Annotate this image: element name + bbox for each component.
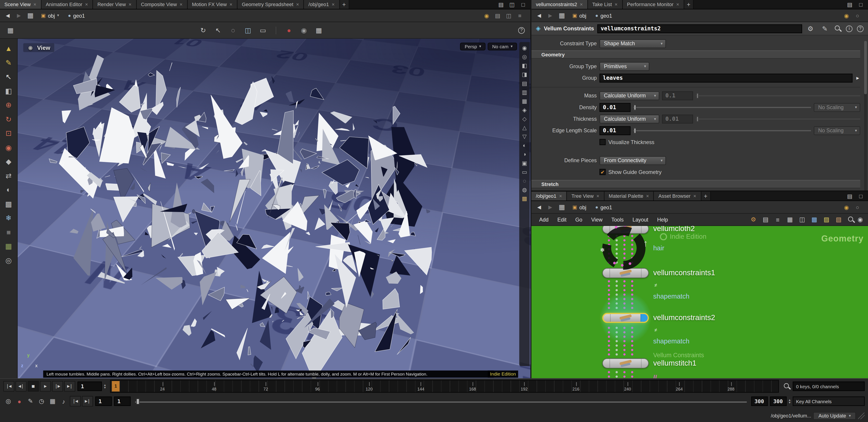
- set-key-icon[interactable]: ●: [14, 396, 25, 406]
- node-name-field[interactable]: vellumconstraints2: [597, 24, 802, 33]
- history-forward-button[interactable]: ▶: [546, 203, 555, 212]
- tree-list-icon[interactable]: ▤: [761, 215, 770, 224]
- display-prims-toggle-icon[interactable]: ▥: [521, 89, 528, 96]
- menu-tools[interactable]: Tools: [607, 216, 628, 224]
- search-icon[interactable]: [834, 25, 841, 32]
- mass-mode-dropdown[interactable]: Calculate Uniform ▾: [599, 91, 659, 100]
- node-display-flag[interactable]: [641, 314, 648, 322]
- info-toggle-icon[interactable]: ◍: [521, 186, 528, 193]
- mirror-tool-icon[interactable]: ⇄: [2, 170, 15, 181]
- node-bypass-flag[interactable]: [603, 359, 610, 368]
- context-crumb-geo1[interactable]: ● geo1: [592, 12, 616, 19]
- group-field[interactable]: leaves: [599, 74, 852, 82]
- pane-maximize-icon[interactable]: □: [857, 0, 865, 8]
- scale-tool-icon[interactable]: ⊡: [2, 128, 15, 138]
- projection-menu[interactable]: Persp ▾: [460, 43, 486, 50]
- freeze-sim-icon[interactable]: ❄: [2, 213, 15, 223]
- audio-icon[interactable]: ♪: [59, 396, 68, 406]
- menu-help[interactable]: Help: [653, 216, 673, 224]
- visualize-thickness-checkbox[interactable]: [599, 139, 606, 145]
- resize-corner[interactable]: [858, 412, 865, 419]
- tab-motion-fx-view[interactable]: Motion FX View×: [188, 0, 237, 9]
- slider-handle[interactable]: [634, 128, 636, 133]
- tab-animation-editor[interactable]: Animation Editor×: [41, 0, 93, 9]
- prev-key-icon[interactable]: |◀: [70, 396, 81, 406]
- network-search-icon[interactable]: [847, 216, 855, 223]
- next-key-icon[interactable]: ▶|: [82, 396, 93, 406]
- pin-pane-icon[interactable]: ◉: [842, 203, 850, 211]
- tab-close-icon[interactable]: ×: [296, 2, 299, 7]
- tab-close-icon[interactable]: ×: [693, 193, 696, 199]
- step-forward-button[interactable]: |▶: [52, 381, 63, 391]
- context-crumb-obj[interactable]: ▣ obj: [569, 12, 590, 19]
- spin-down-icon[interactable]: ▾: [104, 386, 106, 389]
- pane-layout-icon[interactable]: ▤: [497, 0, 505, 8]
- help-icon[interactable]: ?: [857, 25, 864, 32]
- gear-menu-icon[interactable]: ⚙: [806, 24, 815, 33]
- box-select-icon[interactable]: ◧: [2, 86, 15, 96]
- select-cursor-icon[interactable]: ↖: [213, 25, 223, 35]
- uv-view-icon[interactable]: ▩: [2, 198, 15, 209]
- history-forward-button[interactable]: ▶: [14, 11, 23, 20]
- panes-icon[interactable]: ◫: [798, 215, 806, 224]
- toolbox-menu-icon[interactable]: ▦: [5, 25, 16, 35]
- slider-handle[interactable]: [696, 93, 699, 98]
- context-crumb-geo1[interactable]: ● geo1: [592, 203, 616, 210]
- node-bypass-flag[interactable]: [603, 314, 611, 322]
- isolate-toggle-icon[interactable]: ◌: [521, 177, 528, 185]
- define-pieces-dropdown[interactable]: From Connectivity ▾: [599, 156, 666, 165]
- list-icon[interactable]: ≡: [773, 215, 782, 224]
- viewport-layout-icon[interactable]: ▭: [521, 168, 528, 175]
- tab-performance-monitor[interactable]: Performance Monitor×: [622, 0, 684, 9]
- context-crumb-geo1[interactable]: ● geo1: [65, 12, 88, 19]
- step-back-button[interactable]: ◀|: [16, 381, 27, 391]
- thickness-slider[interactable]: [696, 118, 860, 119]
- node-vellumstitch1[interactable]: [602, 358, 649, 368]
- group-select-arrow-button[interactable]: ▸: [855, 75, 860, 81]
- history-forward-button[interactable]: ▶: [546, 11, 555, 20]
- timeline-ruler[interactable]: 1 24487296120144168192216240264288: [110, 380, 779, 393]
- select-tool-icon[interactable]: ↖: [2, 72, 15, 82]
- pane-split-icon[interactable]: ◫: [508, 0, 516, 8]
- tab-close-icon[interactable]: ×: [332, 2, 335, 7]
- network-overview-icon[interactable]: ◉: [856, 215, 865, 224]
- tab-close-icon[interactable]: ×: [33, 2, 36, 7]
- tab-composite-view[interactable]: Composite View×: [136, 0, 187, 9]
- density-slider[interactable]: [633, 107, 811, 108]
- tab-scene-view[interactable]: Scene View×: [0, 0, 41, 9]
- settings-grid-icon[interactable]: ▩: [521, 195, 528, 202]
- tab-close-icon[interactable]: ×: [676, 2, 679, 7]
- single-view-icon[interactable]: ▭: [258, 25, 268, 35]
- slider-handle[interactable]: [696, 116, 699, 121]
- snapshot-icon[interactable]: ▣: [521, 160, 528, 167]
- camera-menu[interactable]: No cam ▾: [488, 43, 517, 50]
- display-points-icon[interactable]: ◐: [2, 185, 15, 195]
- playhead[interactable]: 1: [112, 381, 120, 391]
- record-icon[interactable]: ●: [284, 25, 294, 35]
- shadows-toggle-icon[interactable]: ◐: [521, 142, 528, 149]
- linked-pane-icon[interactable]: ○: [854, 203, 861, 211]
- play-button[interactable]: ▶: [40, 381, 51, 391]
- node-display-flag[interactable]: [641, 359, 648, 368]
- tab-close-icon[interactable]: ×: [85, 2, 88, 7]
- flipbook-icon[interactable]: ▦: [314, 25, 324, 35]
- stow-bar-icon[interactable]: ▤: [494, 11, 501, 19]
- menu-go[interactable]: Go: [571, 216, 587, 224]
- range-slider-handle[interactable]: [136, 398, 140, 404]
- group-type-dropdown[interactable]: Primitives ▾: [599, 62, 649, 71]
- wrench-icon[interactable]: ⚙: [749, 215, 758, 224]
- options-menu-icon[interactable]: ≡: [2, 227, 15, 237]
- tab-close-icon[interactable]: ×: [559, 193, 562, 199]
- normals-toggle-icon[interactable]: ◈: [521, 106, 528, 113]
- context-crumb-obj[interactable]: ▣ obj ▾: [37, 12, 62, 19]
- grid-view-icon[interactable]: ▦: [785, 215, 794, 224]
- pane-split-icon[interactable]: ▤: [846, 192, 854, 200]
- thickness-value-field[interactable]: 0.01: [662, 114, 693, 123]
- current-frame-field[interactable]: 1: [78, 382, 102, 391]
- go-to-start-button[interactable]: |◀: [3, 381, 14, 391]
- stop-button[interactable]: ■: [28, 381, 39, 391]
- tab-asset-browser[interactable]: Asset Browser×: [654, 192, 701, 200]
- linked-pane-icon[interactable]: ○: [854, 11, 861, 19]
- tab-tree-view[interactable]: Tree View×: [567, 192, 604, 200]
- tab-close-icon[interactable]: ×: [596, 193, 599, 199]
